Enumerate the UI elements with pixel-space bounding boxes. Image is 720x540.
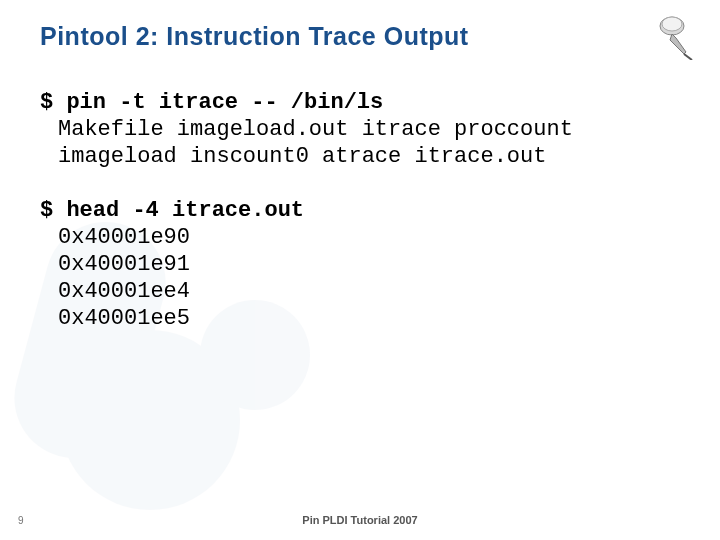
slide: Pintool 2: Instruction Trace Output $ pi… (0, 0, 720, 540)
slide-title: Pintool 2: Instruction Trace Output (40, 22, 469, 51)
output-line: 0x40001ee5 (58, 306, 680, 333)
command-2: $ head -4 itrace.out (40, 198, 680, 225)
output-line: 0x40001e90 (58, 225, 680, 252)
output-line: 0x40001e91 (58, 252, 680, 279)
output-line: Makefile imageload.out itrace proccount (58, 117, 680, 144)
pushpin-icon (650, 10, 700, 60)
output-line: 0x40001ee4 (58, 279, 680, 306)
svg-point-1 (662, 17, 682, 31)
slide-body: $ pin -t itrace -- /bin/ls Makefile imag… (40, 90, 680, 333)
command-1: $ pin -t itrace -- /bin/ls (40, 90, 680, 117)
footer-text: Pin PLDI Tutorial 2007 (0, 514, 720, 526)
svg-line-2 (684, 54, 692, 60)
output-line: imageload inscount0 atrace itrace.out (58, 144, 680, 171)
